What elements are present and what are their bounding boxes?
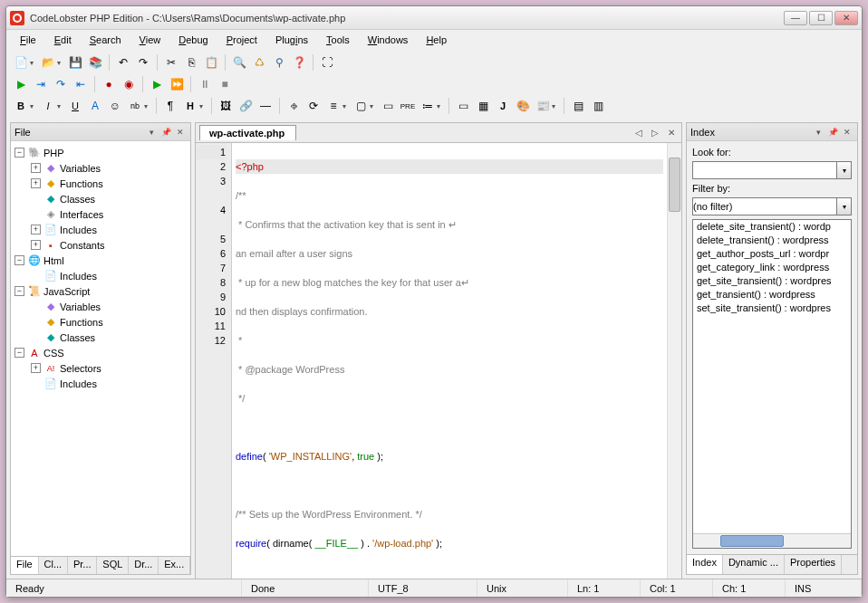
link-icon[interactable]: 🔗 <box>236 97 255 115</box>
find-icon[interactable]: 🔍 <box>230 53 248 72</box>
index-header[interactable]: Index ▾ 📌 ✕ <box>687 123 857 141</box>
tab-ex[interactable]: Ex... <box>159 557 190 574</box>
tree-html-includes[interactable]: 📄Includes <box>13 268 188 283</box>
tree-php-includes[interactable]: +📄Includes <box>13 222 188 237</box>
paste-icon[interactable]: 📋 <box>202 53 220 72</box>
index-item[interactable]: get_category_link : wordpress <box>693 261 851 274</box>
underline-icon[interactable]: U <box>66 97 84 115</box>
index-item[interactable]: get_site_transient() : wordpres <box>693 274 851 288</box>
split-v-icon[interactable]: ▥ <box>589 97 607 115</box>
index-list[interactable]: delete_site_transient() : wordp delete_t… <box>692 219 852 549</box>
panel-close-icon[interactable]: ✕ <box>174 126 187 139</box>
copy-icon[interactable]: ⎘ <box>182 53 200 72</box>
save-icon[interactable]: 💾 <box>66 53 84 72</box>
menu-tools[interactable]: Tools <box>318 32 358 48</box>
align-icon[interactable]: ≡ <box>324 97 342 115</box>
panel-dropdown-icon[interactable]: ▾ <box>145 126 158 139</box>
box-icon[interactable]: ▢ <box>352 97 370 115</box>
vertical-scrollbar[interactable] <box>667 143 681 579</box>
itab-index[interactable]: Index <box>687 555 723 574</box>
tab-prev-icon[interactable]: ◁ <box>632 127 645 139</box>
table-icon[interactable]: ▦ <box>474 97 492 115</box>
itab-properties[interactable]: Properties <box>785 555 842 574</box>
stop-icon[interactable]: ■ <box>216 75 234 93</box>
minimize-button[interactable]: — <box>784 11 807 25</box>
redo-icon[interactable]: ↷ <box>134 53 152 72</box>
refresh-icon[interactable]: ⟳ <box>304 97 323 115</box>
close-button[interactable]: ✕ <box>834 11 858 25</box>
index-item[interactable]: delete_transient() : wordpress <box>693 234 851 247</box>
maximize-button[interactable]: ☐ <box>809 11 833 25</box>
anchor-icon[interactable]: ⎆ <box>285 97 303 115</box>
tab-file[interactable]: File <box>11 557 39 574</box>
tree-php-constants[interactable]: +▪Constants <box>13 237 188 253</box>
menu-file[interactable]: File <box>12 32 44 48</box>
italic-icon[interactable]: I <box>39 97 57 115</box>
tab-class[interactable]: Cl... <box>39 557 68 574</box>
index-close-icon[interactable]: ✕ <box>841 126 854 139</box>
tree-html[interactable]: −🌐Html <box>13 253 188 268</box>
panel-pin-icon[interactable]: 📌 <box>159 126 172 139</box>
index-pin-icon[interactable]: 📌 <box>826 126 839 139</box>
tree-css-includes[interactable]: 📄Includes <box>13 376 188 391</box>
input-icon[interactable]: ▭ <box>454 97 472 115</box>
open-dropdown[interactable]: ▾ <box>57 59 64 67</box>
tree-php-functions[interactable]: +◆Functions <box>13 176 188 191</box>
pause-icon[interactable]: ⏸ <box>196 75 214 93</box>
find-in-files-icon[interactable]: ⚲ <box>270 53 288 72</box>
tab-sql[interactable]: SQL <box>97 557 129 574</box>
tree-php-classes[interactable]: ◆Classes <box>13 191 188 206</box>
font-color-icon[interactable]: A <box>86 97 104 115</box>
menu-search[interactable]: Search <box>82 32 130 48</box>
index-dropdown-icon[interactable]: ▾ <box>812 126 825 139</box>
tab-project[interactable]: Pr... <box>68 557 97 574</box>
fast-forward-icon[interactable]: ⏩ <box>168 75 186 93</box>
new-file-icon[interactable]: 📄 <box>12 53 30 72</box>
list-icon[interactable]: ≔ <box>419 97 437 115</box>
breakpoints-icon[interactable]: ◉ <box>120 75 138 93</box>
split-h-icon[interactable]: ▤ <box>569 97 587 115</box>
tree-css[interactable]: −ACSS <box>13 345 188 360</box>
file-tree[interactable]: −🐘PHP +◆Variables +◆Functions ◆Classes ◈… <box>11 141 190 556</box>
index-item[interactable]: get_author_posts_url : wordpr <box>693 247 851 261</box>
new-file-dropdown[interactable]: ▾ <box>30 59 37 67</box>
tree-css-selectors[interactable]: +A!Selectors <box>13 360 188 376</box>
emoji-icon[interactable]: ☺ <box>106 97 124 115</box>
script-icon[interactable]: J <box>494 97 512 115</box>
step-into-icon[interactable]: ⇥ <box>32 75 50 93</box>
index-item[interactable]: get_transient() : wordpress <box>693 288 851 302</box>
breakpoint-icon[interactable]: ● <box>100 75 118 93</box>
filterby-input[interactable] <box>692 197 837 215</box>
fullscreen-icon[interactable]: ⛶ <box>318 53 336 72</box>
step-over-icon[interactable]: ↷ <box>52 75 70 93</box>
tree-php[interactable]: −🐘PHP <box>13 145 188 160</box>
pre-icon[interactable]: PRE <box>399 97 417 115</box>
image-icon[interactable]: 🖼 <box>217 97 235 115</box>
editor-tab-active[interactable]: wp-activate.php <box>199 125 296 140</box>
form-icon[interactable]: ▭ <box>379 97 397 115</box>
meta-icon[interactable]: 📰 <box>534 97 552 115</box>
tab-close-icon[interactable]: ✕ <box>665 127 678 139</box>
menu-project[interactable]: Project <box>218 32 265 48</box>
menu-help[interactable]: Help <box>418 32 455 48</box>
tree-php-interfaces[interactable]: ◈Interfaces <box>13 206 188 222</box>
lookfor-input[interactable] <box>692 161 837 179</box>
titlebar[interactable]: CodeLobster PHP Edition - C:\Users\Rams\… <box>6 6 862 30</box>
paragraph-icon[interactable]: ¶ <box>161 97 179 115</box>
tab-dr[interactable]: Dr... <box>129 557 159 574</box>
code-text[interactable]: <?php /** * Confirms that the activation… <box>232 143 667 579</box>
find-replace-icon[interactable]: ♺ <box>250 53 268 72</box>
file-panel-header[interactable]: File ▾ 📌 ✕ <box>11 123 190 141</box>
lookfor-dropdown-icon[interactable]: ▾ <box>837 161 852 179</box>
help-context-icon[interactable]: ❓ <box>290 53 308 72</box>
itab-dynamic[interactable]: Dynamic ... <box>723 555 785 574</box>
menu-view[interactable]: View <box>131 32 169 48</box>
hr-icon[interactable]: — <box>256 97 275 115</box>
undo-icon[interactable]: ↶ <box>114 53 132 72</box>
filterby-dropdown-icon[interactable]: ▾ <box>837 197 852 215</box>
step-out-icon[interactable]: ⇤ <box>72 75 90 93</box>
tree-php-variables[interactable]: +◆Variables <box>13 160 188 176</box>
menu-edit[interactable]: Edit <box>46 32 80 48</box>
tree-js-variables[interactable]: ◆Variables <box>13 299 188 314</box>
style-icon[interactable]: 🎨 <box>514 97 532 115</box>
